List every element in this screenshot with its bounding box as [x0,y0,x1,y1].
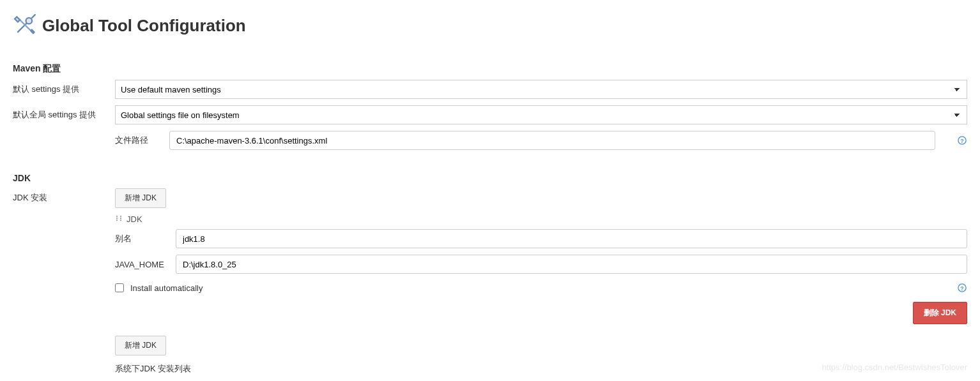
maven-default-settings-select[interactable]: Use default maven settings [115,80,967,99]
tools-icon [13,13,37,39]
page-header: Global Tool Configuration [13,13,967,39]
install-auto-row: Install automatically ? [115,283,967,293]
svg-point-7 [120,218,121,219]
delete-jdk-button[interactable]: 删除 JDK [913,302,967,324]
jdk-alias-label: 别名 [115,233,176,244]
jdk-javahome-input[interactable] [176,255,967,274]
page-title: Global Tool Configuration [42,16,246,36]
help-icon[interactable]: ? [957,283,967,293]
maven-file-path-row: 文件路径 ? [115,131,967,150]
svg-point-6 [116,218,118,219]
maven-default-settings-row: 默认 settings 提供 Use default maven setting… [13,80,967,99]
jdk-alias-row: 别名 [115,229,967,248]
jdk-section-title: JDK [13,168,967,188]
maven-global-settings-select[interactable]: Global settings file on filesystem [115,105,967,124]
maven-file-path-label: 文件路径 [115,135,163,146]
jdk-entry-header: JDK [115,214,967,224]
jdk-javahome-row: JAVA_HOME [115,255,967,274]
drag-handle-icon[interactable] [115,214,123,224]
svg-point-9 [120,220,121,221]
maven-file-path-input[interactable] [169,131,935,150]
help-icon[interactable]: ? [957,135,967,146]
jdk-javahome-label: JAVA_HOME [115,260,176,269]
maven-global-settings-label: 默认全局 settings 提供 [13,105,115,124]
maven-section-title: Maven 配置 [13,58,967,80]
svg-point-4 [116,216,118,217]
delete-jdk-row: 删除 JDK [115,302,967,324]
maven-default-settings-label: 默认 settings 提供 [13,80,115,99]
jdk-footer-note: 系统下JDK 安装列表 [115,363,967,375]
svg-point-0 [26,18,33,24]
jdk-entry-block: JDK 别名 JAVA_HOME Install automatically ?… [115,214,967,375]
add-jdk-button-top[interactable]: 新增 JDK [115,188,166,208]
svg-text:?: ? [960,285,963,292]
svg-point-8 [116,220,118,221]
maven-global-settings-row: 默认全局 settings 提供 Global settings file on… [13,105,967,124]
svg-text:?: ? [960,138,963,144]
install-auto-checkbox[interactable] [115,283,124,292]
jdk-entry-title: JDK [126,214,142,224]
add-jdk-button-bottom[interactable]: 新增 JDK [115,336,166,355]
jdk-install-row: JDK 安装 新增 JDK [13,188,967,208]
jdk-alias-input[interactable] [176,229,967,248]
install-auto-label: Install automatically [130,283,203,293]
svg-point-5 [120,216,121,217]
jdk-install-label: JDK 安装 [13,188,115,207]
